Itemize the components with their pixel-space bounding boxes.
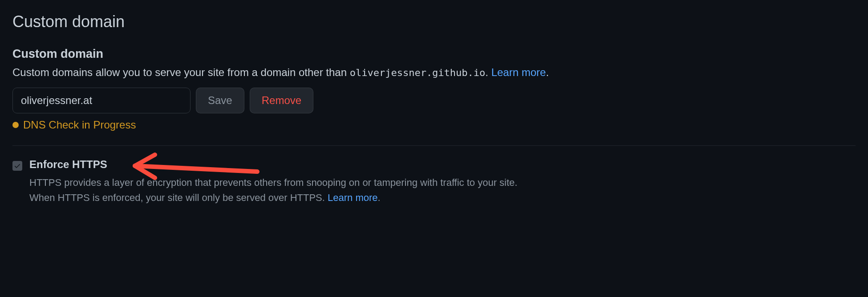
custom-domain-description: Custom domains allow you to serve your s…: [12, 64, 856, 80]
description-prefix: Custom domains allow you to serve your s…: [12, 66, 350, 78]
https-line1: HTTPS provides a layer of encryption tha…: [29, 177, 517, 188]
domain-input-row: Save Remove: [12, 88, 856, 113]
remove-button[interactable]: Remove: [250, 88, 313, 113]
status-dot-icon: [12, 122, 19, 128]
default-domain: oliverjessner.github.io: [350, 67, 486, 78]
divider: [12, 145, 856, 146]
enforce-https-text: HTTPS provides a layer of encryption tha…: [29, 175, 856, 205]
enforce-https-section: Enforce HTTPS HTTPS provides a layer of …: [12, 158, 856, 205]
custom-domain-input[interactable]: [12, 88, 191, 113]
https-line2-prefix: When HTTPS is enforced, your site will o…: [29, 192, 328, 203]
https-line2-suffix: .: [378, 192, 381, 203]
enforce-https-checkbox[interactable]: [12, 161, 22, 171]
section-title: Custom domain: [12, 12, 856, 31]
checkmark-icon: [14, 162, 21, 169]
learn-more-link[interactable]: Learn more: [491, 66, 546, 78]
save-button[interactable]: Save: [196, 88, 244, 113]
description-suffix: .: [485, 66, 491, 78]
status-text: DNS Check in Progress: [23, 119, 136, 131]
description-end: .: [546, 66, 549, 78]
enforce-https-title: Enforce HTTPS: [29, 158, 856, 171]
https-learn-more-link[interactable]: Learn more: [328, 192, 378, 203]
sub-title: Custom domain: [12, 47, 856, 61]
dns-status: DNS Check in Progress: [12, 119, 856, 131]
